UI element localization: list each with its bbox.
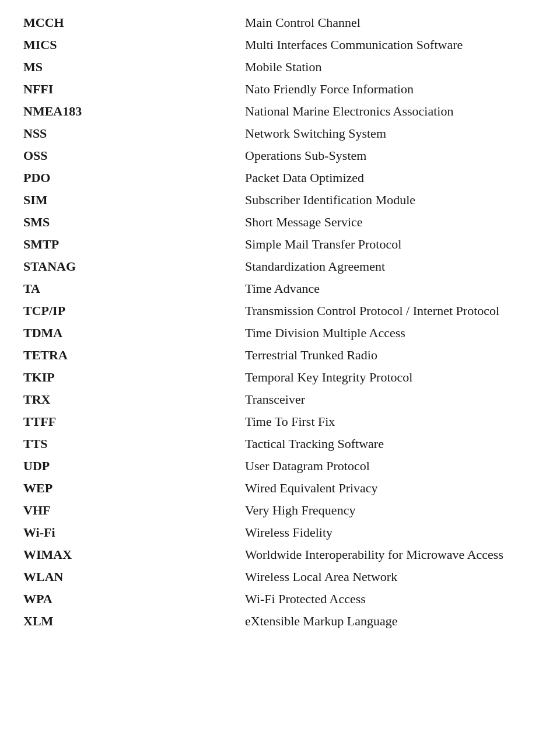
table-row: WEPWired Equivalent Privacy xyxy=(23,477,537,499)
definition-cell: Network Switching System xyxy=(245,126,537,141)
table-row: VHFVery High Frequency xyxy=(23,499,537,522)
abbreviation-cell: TRX xyxy=(23,392,245,407)
definition-cell: Wi-Fi Protected Access xyxy=(245,592,537,607)
definition-cell: Very High Frequency xyxy=(245,503,537,518)
abbreviation-table: MCCHMain Control ChannelMICSMulti Interf… xyxy=(23,12,537,632)
definition-cell: Simple Mail Transfer Protocol xyxy=(245,237,537,252)
abbreviation-cell: WIMAX xyxy=(23,547,245,562)
abbreviation-cell: UDP xyxy=(23,459,245,474)
table-row: MCCHMain Control Channel xyxy=(23,12,537,34)
table-row: TRXTransceiver xyxy=(23,388,537,411)
table-row: TTSTactical Tracking Software xyxy=(23,433,537,455)
table-row: Wi-FiWireless Fidelity xyxy=(23,522,537,544)
table-row: TETRATerrestrial Trunked Radio xyxy=(23,344,537,366)
table-row: WLANWireless Local Area Network xyxy=(23,566,537,588)
definition-cell: Worldwide Interoperability for Microwave… xyxy=(245,547,537,562)
definition-cell: Transceiver xyxy=(245,392,537,407)
abbreviation-cell: OSS xyxy=(23,148,245,163)
table-row: MSMobile Station xyxy=(23,56,537,78)
abbreviation-cell: MCCH xyxy=(23,15,245,30)
definition-cell: National Marine Electronics Association xyxy=(245,104,537,119)
definition-cell: Time Division Multiple Access xyxy=(245,326,537,341)
definition-cell: User Datagram Protocol xyxy=(245,459,537,474)
abbreviation-cell: TTS xyxy=(23,436,245,452)
abbreviation-cell: TKIP xyxy=(23,370,245,385)
abbreviation-cell: WEP xyxy=(23,481,245,496)
definition-cell: Wireless Local Area Network xyxy=(245,569,537,584)
table-row: OSSOperations Sub-System xyxy=(23,145,537,167)
abbreviation-cell: TA xyxy=(23,281,245,296)
definition-cell: Temporal Key Integrity Protocol xyxy=(245,370,537,385)
table-row: WPAWi-Fi Protected Access xyxy=(23,588,537,610)
abbreviation-cell: WLAN xyxy=(23,569,245,584)
table-row: SMTPSimple Mail Transfer Protocol xyxy=(23,233,537,256)
abbreviation-cell: XLM xyxy=(23,614,245,629)
definition-cell: eXtensible Markup Language xyxy=(245,614,537,629)
definition-cell: Subscriber Identification Module xyxy=(245,192,537,208)
definition-cell: Tactical Tracking Software xyxy=(245,436,537,452)
abbreviation-cell: MICS xyxy=(23,37,245,52)
definition-cell: Nato Friendly Force Information xyxy=(245,82,537,97)
table-row: TCP/IPTransmission Control Protocol / In… xyxy=(23,300,537,322)
table-row: MICSMulti Interfaces Communication Softw… xyxy=(23,34,537,56)
abbreviation-cell: MS xyxy=(23,60,245,75)
definition-cell: Time To First Fix xyxy=(245,414,537,429)
abbreviation-cell: TETRA xyxy=(23,348,245,363)
table-row: SMSShort Message Service xyxy=(23,211,537,233)
definition-cell: Transmission Control Protocol / Internet… xyxy=(245,303,537,318)
table-row: TTFFTime To First Fix xyxy=(23,411,537,433)
table-row: SIMSubscriber Identification Module xyxy=(23,189,537,211)
definition-cell: Terrestrial Trunked Radio xyxy=(245,348,537,363)
abbreviation-cell: TTFF xyxy=(23,414,245,429)
table-row: TDMATime Division Multiple Access xyxy=(23,322,537,344)
abbreviation-cell: STANAG xyxy=(23,259,245,274)
definition-cell: Operations Sub-System xyxy=(245,148,537,163)
definition-cell: Time Advance xyxy=(245,281,537,296)
table-row: UDPUser Datagram Protocol xyxy=(23,455,537,477)
abbreviation-cell: WPA xyxy=(23,592,245,607)
table-row: NFFINato Friendly Force Information xyxy=(23,78,537,100)
definition-cell: Multi Interfaces Communication Software xyxy=(245,37,537,52)
table-row: NMEA183National Marine Electronics Assoc… xyxy=(23,100,537,123)
abbreviation-cell: TCP/IP xyxy=(23,303,245,318)
table-row: NSSNetwork Switching System xyxy=(23,123,537,145)
table-row: TATime Advance xyxy=(23,278,537,300)
table-row: STANAGStandardization Agreement xyxy=(23,256,537,278)
definition-cell: Wireless Fidelity xyxy=(245,525,537,540)
table-row: PDOPacket Data Optimized xyxy=(23,167,537,189)
definition-cell: Mobile Station xyxy=(245,60,537,75)
abbreviation-cell: NFFI xyxy=(23,82,245,97)
abbreviation-cell: SMTP xyxy=(23,237,245,252)
table-row: XLMeXtensible Markup Language xyxy=(23,610,537,632)
definition-cell: Short Message Service xyxy=(245,215,537,230)
definition-cell: Main Control Channel xyxy=(245,15,537,30)
definition-cell: Packet Data Optimized xyxy=(245,170,537,186)
abbreviation-cell: SMS xyxy=(23,215,245,230)
table-row: TKIPTemporal Key Integrity Protocol xyxy=(23,366,537,388)
abbreviation-cell: PDO xyxy=(23,170,245,186)
definition-cell: Standardization Agreement xyxy=(245,259,537,274)
abbreviation-cell: NMEA183 xyxy=(23,104,245,119)
abbreviation-cell: TDMA xyxy=(23,326,245,341)
abbreviation-cell: SIM xyxy=(23,192,245,208)
abbreviation-cell: Wi-Fi xyxy=(23,525,245,540)
table-row: WIMAXWorldwide Interoperability for Micr… xyxy=(23,544,537,566)
abbreviation-cell: NSS xyxy=(23,126,245,141)
definition-cell: Wired Equivalent Privacy xyxy=(245,481,537,496)
abbreviation-cell: VHF xyxy=(23,503,245,518)
